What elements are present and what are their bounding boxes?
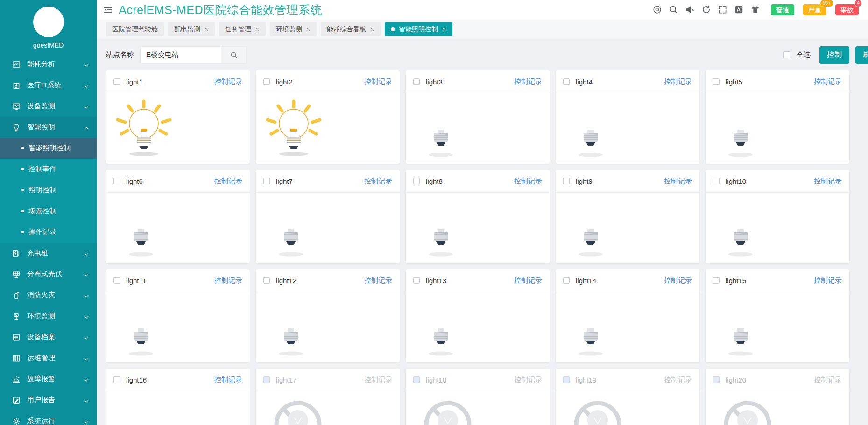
- search-button[interactable]: [221, 47, 246, 63]
- status-badge-事故[interactable]: 事故 4: [835, 4, 859, 16]
- sidebar-item-device-monitor[interactable]: 设备监测: [0, 96, 97, 117]
- fullscreen-icon[interactable]: [718, 5, 727, 14]
- ops-icon: [12, 354, 21, 362]
- search-icon[interactable]: [669, 5, 678, 14]
- control-record-link[interactable]: 控制记录: [364, 376, 392, 384]
- mute-icon[interactable]: [685, 5, 694, 14]
- light-checkbox[interactable]: [113, 178, 120, 184]
- bulb-off-icon: [419, 196, 463, 258]
- control-record-link[interactable]: 控制记录: [814, 177, 842, 186]
- collapse-menu-icon[interactable]: [103, 5, 113, 14]
- sidebar-subitem-label: 照明控制: [28, 186, 56, 195]
- light-checkbox[interactable]: [263, 277, 270, 284]
- control-record-link[interactable]: 控制记录: [364, 177, 392, 186]
- tab-能耗综合看板[interactable]: 能耗综合看板: [321, 22, 381, 36]
- light-checkbox[interactable]: [263, 78, 270, 85]
- control-record-link[interactable]: 控制记录: [214, 177, 242, 186]
- sidebar-item-charging-pile[interactable]: 充电桩: [0, 243, 97, 264]
- status-badge-严重[interactable]: 严重 99+: [803, 4, 826, 16]
- control-button[interactable]: 控制: [819, 46, 849, 64]
- light-card-header: light20 控制记录: [706, 369, 849, 391]
- sidebar-item-user-report[interactable]: 用户报告: [0, 390, 97, 411]
- refresh-icon[interactable]: [702, 5, 711, 14]
- sidebar-item-ops-management[interactable]: 运维管理: [0, 348, 97, 369]
- light-checkbox[interactable]: [413, 178, 420, 184]
- control-record-link[interactable]: 控制记录: [664, 376, 692, 384]
- light-checkbox[interactable]: [713, 277, 720, 284]
- select-all-checkbox[interactable]: [783, 51, 790, 58]
- control-record-link[interactable]: 控制记录: [214, 276, 242, 285]
- control-record-link[interactable]: 控制记录: [814, 276, 842, 285]
- light-checkbox[interactable]: [263, 376, 270, 383]
- tab-环境监测[interactable]: 环境监测: [270, 22, 317, 36]
- light-checkbox[interactable]: [113, 277, 120, 284]
- station-name-input[interactable]: [141, 47, 221, 63]
- sidebar-item-distributed-pv[interactable]: 分布式光伏: [0, 264, 97, 285]
- light-checkbox[interactable]: [563, 277, 570, 284]
- theme-shirt-icon[interactable]: [751, 5, 760, 14]
- light-checkbox[interactable]: [263, 178, 270, 184]
- translate-icon[interactable]: [734, 5, 743, 14]
- sidebar-item-system-run[interactable]: 系统运行: [0, 411, 97, 425]
- light-checkbox[interactable]: [113, 376, 120, 383]
- avatar[interactable]: [33, 7, 64, 37]
- bulb-off-icon: [569, 97, 613, 159]
- sidebar-subitem-照明控制[interactable]: 照明控制: [0, 180, 97, 201]
- light-checkbox[interactable]: [713, 78, 720, 85]
- aim-icon[interactable]: [653, 5, 662, 14]
- bullet-icon: [21, 147, 24, 149]
- filter-actions: 全选 控制 刷新: [783, 46, 868, 64]
- tab-智能照明控制[interactable]: 智能照明控制: [385, 22, 452, 36]
- control-record-link[interactable]: 控制记录: [664, 77, 692, 86]
- sidebar-item-medical-it[interactable]: 医疗IT系统: [0, 75, 97, 96]
- control-record-link[interactable]: 控制记录: [664, 177, 692, 186]
- control-record-link[interactable]: 控制记录: [814, 376, 842, 384]
- sidebar-subitem-控制事件[interactable]: 控制事件: [0, 159, 97, 180]
- close-icon[interactable]: [370, 27, 374, 32]
- sidebar-item-smart-lighting[interactable]: 智能照明: [0, 117, 97, 138]
- status-badge-count: 4: [854, 0, 862, 7]
- sidebar-subitem-智能照明控制[interactable]: 智能照明控制: [0, 138, 97, 159]
- close-icon[interactable]: [204, 27, 209, 32]
- light-checkbox[interactable]: [563, 78, 570, 85]
- close-icon[interactable]: [442, 27, 446, 32]
- control-record-link[interactable]: 控制记录: [514, 276, 542, 285]
- submenu-smart-lighting: 智能照明控制 控制事件 照明控制 场景控制 操作记录: [0, 138, 97, 243]
- light-checkbox[interactable]: [563, 376, 570, 383]
- sidebar-item-env-monitor[interactable]: 环境监测: [0, 306, 97, 327]
- sidebar-item-fire-safety[interactable]: 消防火灾: [0, 285, 97, 306]
- light-checkbox[interactable]: [713, 376, 720, 383]
- sidebar-item-device-archive[interactable]: 设备档案: [0, 327, 97, 348]
- status-badge-普通[interactable]: 普通: [771, 4, 794, 16]
- light-checkbox[interactable]: [563, 178, 570, 184]
- control-record-link[interactable]: 控制记录: [514, 177, 542, 186]
- light-checkbox[interactable]: [413, 277, 420, 284]
- light-checkbox[interactable]: [413, 376, 420, 383]
- control-record-link[interactable]: 控制记录: [514, 376, 542, 384]
- light-checkbox[interactable]: [713, 178, 720, 184]
- light-checkbox[interactable]: [413, 78, 420, 85]
- control-record-link[interactable]: 控制记录: [364, 77, 392, 86]
- sidebar-item-energy-analysis[interactable]: 能耗分析: [0, 54, 97, 75]
- light-card-body: [556, 391, 699, 425]
- control-record-link[interactable]: 控制记录: [814, 77, 842, 86]
- tab-医院管理驾驶舱[interactable]: 医院管理驾驶舱: [106, 22, 164, 36]
- tab-任务管理[interactable]: 任务管理: [219, 22, 266, 36]
- sidebar-subitem-操作记录[interactable]: 操作记录: [0, 222, 97, 243]
- close-icon[interactable]: [306, 27, 311, 32]
- control-record-link[interactable]: 控制记录: [514, 77, 542, 86]
- control-record-link[interactable]: 控制记录: [214, 376, 242, 384]
- sidebar-subitem-场景控制[interactable]: 场景控制: [0, 201, 97, 222]
- control-record-link[interactable]: 控制记录: [364, 276, 392, 285]
- bulb-on-icon: [110, 98, 178, 158]
- light-card-light16: light16 控制记录: [106, 369, 250, 425]
- light-checkbox[interactable]: [113, 78, 120, 85]
- control-record-link[interactable]: 控制记录: [214, 77, 242, 86]
- refresh-button[interactable]: 刷新: [855, 46, 868, 64]
- sidebar-item-fault-alarm[interactable]: 故障报警: [0, 369, 97, 390]
- light-card-body: [256, 391, 400, 425]
- control-record-link[interactable]: 控制记录: [664, 276, 692, 285]
- report-icon: [12, 396, 21, 404]
- tab-配电监测[interactable]: 配电监测: [168, 22, 215, 36]
- close-icon[interactable]: [255, 27, 260, 32]
